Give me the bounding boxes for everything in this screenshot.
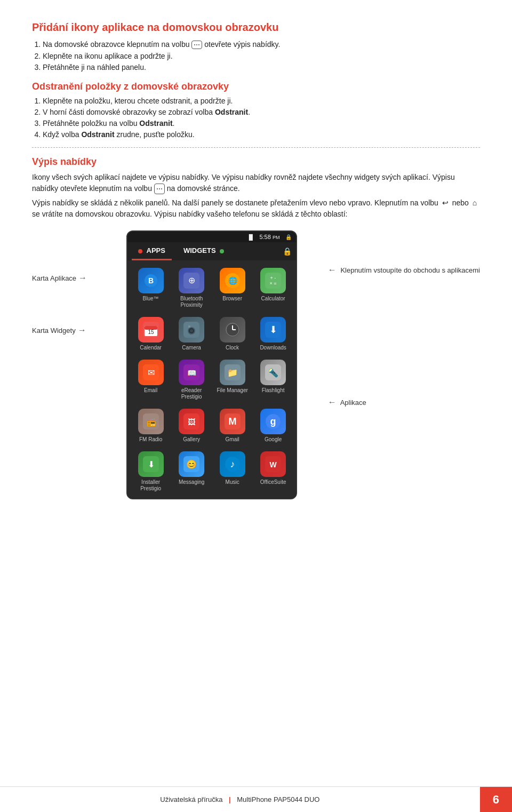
home-icon: ⌂ — [473, 198, 477, 207]
filemanager-label: File Manager — [217, 387, 247, 394]
apps-icon-vypis: ⋯ — [154, 184, 165, 194]
step-3: Přetáhněte ji na náhled panelu. — [43, 63, 480, 71]
clock-label: Clock — [226, 345, 239, 351]
app-flashlight[interactable]: 🔦 Flashlight — [253, 355, 293, 403]
app-installer[interactable]: ⬇ Installer Prestigio — [131, 447, 171, 495]
left-labels: Karta Aplikace → Karta Widgety → — [32, 230, 96, 335]
svg-text:✉: ✉ — [147, 368, 154, 377]
music-label: Music — [226, 479, 239, 485]
tabs-bar: APPS WIDGETS 🔒 — [127, 242, 296, 260]
svg-text:🔦: 🔦 — [268, 368, 278, 378]
app-gmail[interactable]: M Gmail — [212, 404, 252, 446]
karta-widgety-text: Karta Widgety — [32, 327, 76, 335]
app-ereader[interactable]: 📖 eReader Prestigio — [172, 355, 212, 403]
section-odstraneni-title: Odstranění položky z domovské obrazovky — [32, 81, 480, 92]
gallery-label: Gallery — [183, 436, 200, 443]
app-calculator[interactable]: + -× = Calculator — [253, 264, 293, 312]
status-time: 5:58 PM — [259, 234, 279, 240]
gallery-icon: 🖼 — [179, 409, 204, 434]
music-icon: ♪ — [220, 451, 245, 477]
vypis-para-1: Ikony všech svých aplikací najdete ve vý… — [32, 172, 480, 194]
svg-text:+  -: + - — [270, 275, 276, 281]
page-footer: Uživatelská příručka | MultiPhone PAP504… — [0, 786, 512, 812]
camera-icon — [179, 317, 204, 343]
gmail-label: Gmail — [226, 436, 239, 443]
app-downloads[interactable]: ⬇ Downloads — [253, 313, 293, 354]
tab-widgets[interactable]: WIDGETS — [177, 242, 230, 260]
tab-apps[interactable]: APPS — [132, 242, 172, 260]
svg-text:📻: 📻 — [146, 418, 156, 427]
email-icon: ✉ — [138, 360, 164, 385]
flashlight-label: Flashlight — [262, 387, 285, 394]
svg-point-16 — [190, 329, 193, 332]
svg-text:😊: 😊 — [186, 459, 197, 469]
step-2: Klepněte na ikonu aplikace a podržte ji. — [43, 52, 480, 60]
app-calendar[interactable]: 15 Calendar — [131, 313, 171, 354]
downloads-icon: ⬇ — [260, 317, 286, 343]
page-title: Přidání ikony aplikace na domovskou obra… — [32, 21, 480, 34]
arrow-right-2: → — [78, 325, 86, 335]
apps-icon-inline: ⋯ — [191, 41, 202, 49]
fmradio-label: FM Radio — [139, 436, 162, 443]
installer-icon: ⬇ — [138, 451, 164, 477]
app-browser[interactable]: 🌐 Browser — [212, 264, 252, 312]
gmail-icon: M — [220, 409, 245, 434]
email-label: Email — [144, 387, 157, 394]
step-1: Na domovské obrazovce klepnutím na volbu… — [43, 40, 480, 49]
app-google[interactable]: g Google — [253, 404, 293, 446]
calculator-icon: + -× = — [260, 268, 286, 293]
filemanager-icon: 📁 — [220, 360, 245, 385]
app-gallery[interactable]: 🖼 Gallery — [172, 404, 212, 446]
ereader-label: eReader Prestigio — [174, 387, 210, 400]
karta-aplikace-text: Karta Aplikace — [32, 274, 76, 282]
label-klepnutim: ← Klepnutím vstoupíte do obchodu s aplik… — [328, 265, 480, 275]
svg-text:⊕: ⊕ — [188, 276, 195, 285]
officesuite-label: OfficeSuite — [260, 479, 286, 485]
app-bluetooth-proximity[interactable]: ⊕ Bluetooth Proximity — [172, 264, 212, 312]
page-content: Přidání ikony aplikace na domovskou obra… — [0, 0, 512, 542]
svg-text:🖼: 🖼 — [188, 418, 195, 426]
blue-icon: B — [138, 268, 164, 293]
clock-icon — [220, 317, 245, 343]
svg-text:⬇: ⬇ — [269, 324, 277, 335]
svg-text:g: g — [270, 416, 276, 427]
odstraneni-steps-list: Klepněte na položku, kterou chcete odstr… — [43, 97, 480, 139]
lock-icon: 🔒 — [285, 234, 292, 240]
app-blue[interactable]: B Blue™ — [131, 264, 171, 312]
section-divider — [32, 147, 480, 148]
odstraneni-step-1: Klepněte na položku, kterou chcete odstr… — [43, 97, 480, 105]
back-arrow-icon: ↩ — [442, 198, 449, 207]
calendar-icon: 15 — [138, 317, 164, 343]
app-clock[interactable]: Clock — [212, 313, 252, 354]
app-camera[interactable]: Camera — [172, 313, 212, 354]
messaging-label: Messaging — [179, 479, 204, 485]
svg-text:🌐: 🌐 — [228, 276, 237, 285]
svg-text:📁: 📁 — [227, 368, 238, 378]
app-messaging[interactable]: 😊 Messaging — [172, 447, 212, 495]
label-aplikace: ← Aplikace — [328, 397, 480, 407]
svg-text:W: W — [270, 460, 277, 469]
label-karta-aplikace: Karta Aplikace → — [32, 273, 96, 283]
app-officesuite[interactable]: W OfficeSuite — [253, 447, 293, 495]
status-bar: ▐▌ 5:58 PM 🔒 — [127, 232, 296, 242]
app-fmradio[interactable]: 📻 FM Radio — [131, 404, 171, 446]
svg-text:B: B — [148, 276, 154, 285]
browser-icon: 🌐 — [220, 268, 245, 293]
right-labels: ← Klepnutím vstoupíte do obchodu s aplik… — [328, 230, 480, 407]
app-email[interactable]: ✉ Email — [131, 355, 171, 403]
browser-label: Browser — [222, 296, 242, 302]
page-number: 6 — [480, 787, 512, 813]
signal-icon: ▐▌ — [247, 234, 254, 240]
tab-apps-dot — [138, 249, 142, 253]
app-filemanager[interactable]: 📁 File Manager — [212, 355, 252, 403]
vypis-para-2: Výpis nabídky se skládá z několik panelů… — [32, 197, 480, 220]
arrow-left-klepnutim: ← — [328, 265, 337, 274]
phone-mockup: ▐▌ 5:58 PM 🔒 APPS WIDGETS 🔒 — [126, 230, 297, 499]
bluetooth-proximity-icon: ⊕ — [179, 268, 204, 293]
svg-text:📖: 📖 — [187, 369, 197, 378]
phone-diagram: Karta Aplikace → Karta Widgety → ▐▌ 5:58… — [32, 230, 480, 499]
section-vypis-title: Výpis nabídky — [32, 156, 480, 168]
app-music[interactable]: ♪ Music — [212, 447, 252, 495]
svg-text:♪: ♪ — [230, 459, 235, 469]
odstraneni-step-4: Když volba Odstranit zrudne, pusťte polo… — [43, 130, 480, 139]
